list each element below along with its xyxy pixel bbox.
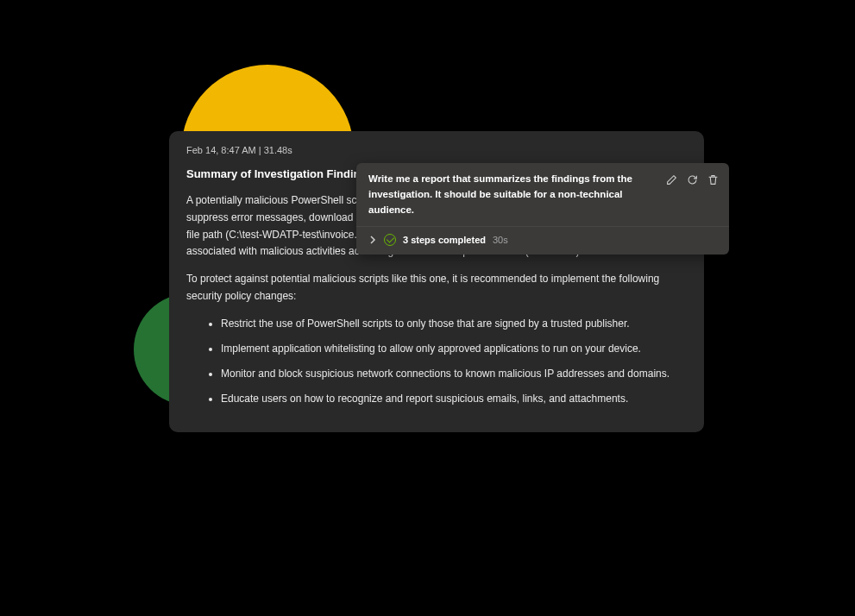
check-circle-icon xyxy=(384,234,396,246)
prompt-text: Write me a report that summarizes the fi… xyxy=(368,172,665,217)
list-item: Educate users on how to recognize and re… xyxy=(221,391,687,407)
list-item: Restrict the use of PowerShell scripts t… xyxy=(221,316,687,332)
report-recommendations-list: Restrict the use of PowerShell scripts t… xyxy=(186,316,687,408)
report-timestamp: Feb 14, 8:47 AM | 31.48s xyxy=(186,145,687,155)
chevron-right-icon[interactable] xyxy=(368,236,377,244)
report-paragraph-2: To protect against potential malicious s… xyxy=(186,271,687,305)
refresh-icon[interactable] xyxy=(686,173,698,185)
list-item: Implement application whitelisting to al… xyxy=(221,341,687,357)
prompt-actions xyxy=(665,172,719,185)
edit-icon[interactable] xyxy=(665,173,677,185)
status-steps-label: 3 steps completed xyxy=(403,235,486,245)
prompt-status-bar: 3 steps completed 30s xyxy=(356,226,729,255)
list-item: Monitor and block suspicious network con… xyxy=(221,366,687,382)
status-duration: 30s xyxy=(493,235,508,245)
delete-icon[interactable] xyxy=(707,173,719,185)
prompt-card: Write me a report that summarizes the fi… xyxy=(356,163,729,255)
prompt-header: Write me a report that summarizes the fi… xyxy=(356,163,729,226)
